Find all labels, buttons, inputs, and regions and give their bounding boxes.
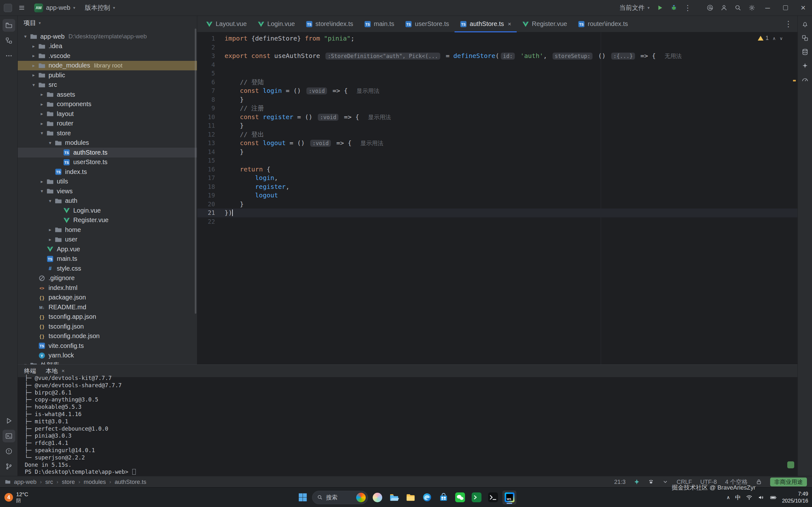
tree-item-public[interactable]: ▸public: [18, 70, 197, 80]
license-badge[interactable]: 非商业用途: [770, 477, 807, 487]
code-line-3[interactable]: 3export const useAuthStore :StoreDefinit…: [197, 52, 798, 60]
tab-register.vue[interactable]: Register.vue: [517, 16, 572, 32]
tree-item-app.vue[interactable]: App.vue: [18, 244, 197, 254]
tab-options-icon[interactable]: ⋮: [784, 19, 792, 29]
tree-item-user[interactable]: ▸user: [18, 235, 197, 245]
code-line-15[interactable]: 15: [197, 156, 798, 165]
line-number[interactable]: 13: [197, 139, 215, 148]
tab-store-index.ts[interactable]: TSstore\index.ts: [300, 16, 359, 32]
chevron-right-icon[interactable]: ▸: [46, 227, 55, 233]
code-line-19[interactable]: 19 logout: [197, 191, 798, 200]
terminal-prompt[interactable]: PS D:\desktop\template\app-web>: [25, 468, 798, 475]
edge-taskbar-icon[interactable]: [420, 491, 434, 504]
battery-icon[interactable]: [770, 494, 777, 501]
tree-item-src[interactable]: ▾src: [18, 80, 197, 90]
close-button[interactable]: ×: [794, 0, 812, 15]
tree-item-authstore.ts[interactable]: TSauthStore.ts: [18, 148, 197, 158]
close-icon[interactable]: ×: [61, 368, 65, 374]
line-number[interactable]: 7: [197, 87, 215, 95]
vcs-widget[interactable]: 版本控制 ▾: [82, 2, 118, 14]
line-number[interactable]: 14: [197, 148, 215, 157]
code-with-me-button[interactable]: [717, 2, 730, 14]
terminal-tab-local[interactable]: 本地 ×: [46, 367, 65, 375]
chevron-down-icon[interactable]: ▾: [38, 188, 46, 194]
tree-item-vite.config.ts[interactable]: TSvite.config.ts: [18, 341, 197, 351]
tree-item-.vscode[interactable]: ▸.vscode: [18, 51, 197, 61]
breadcrumb-item-src[interactable]: src: [45, 478, 53, 486]
code-line-16[interactable]: 16 return {: [197, 165, 798, 174]
line-number[interactable]: 18: [197, 182, 215, 191]
line-number[interactable]: 3: [197, 52, 215, 60]
tree-item-tsconfig.json[interactable]: {}tsconfig.json: [18, 322, 197, 331]
chevron-down-icon[interactable]: ▾: [38, 130, 46, 136]
line-number[interactable]: 19: [197, 191, 215, 200]
code-line-21[interactable]: 21}): [197, 209, 798, 217]
lock-icon[interactable]: [756, 479, 762, 485]
line-number[interactable]: 11: [197, 121, 215, 130]
minimize-button[interactable]: ─: [759, 0, 776, 15]
debug-button[interactable]: [667, 2, 680, 14]
tree-item-readme.md[interactable]: M↓README.md: [18, 302, 197, 312]
tab-login.vue[interactable]: Login.vue: [252, 16, 300, 32]
tree-item-app-web[interactable]: ▾app-webD:\desktop\template\app-web: [18, 32, 197, 42]
chevron-right-icon[interactable]: ▸: [38, 101, 46, 107]
chevron-down-icon[interactable]: ▾: [21, 362, 30, 364]
chevron-right-icon[interactable]: ▸: [29, 53, 38, 59]
chevron-down-icon[interactable]: ▾: [46, 140, 55, 146]
scrollbar-warning-mark[interactable]: [793, 80, 796, 81]
line-number[interactable]: 16: [197, 165, 215, 174]
inspections-widget[interactable]: 1 ∧ ∨: [758, 35, 783, 42]
tray-expand-icon[interactable]: ∧: [726, 495, 730, 500]
chevron-down-icon[interactable]: ▾: [21, 34, 30, 39]
tree-item-index.html[interactable]: <>index.html: [18, 283, 197, 293]
tree-item-store[interactable]: ▾store: [18, 128, 197, 138]
tree-item-register.vue[interactable]: Register.vue: [18, 216, 197, 225]
service-status-icon[interactable]: [634, 479, 640, 485]
green-app-taskbar-icon[interactable]: [469, 491, 484, 504]
tree-item-yarn.lock[interactable]: Yyarn.lock: [18, 351, 197, 360]
code-line-17[interactable]: 17 login,: [197, 174, 798, 182]
tree-item-assets[interactable]: ▸assets: [18, 90, 197, 100]
chevron-right-icon[interactable]: ▸: [38, 92, 46, 97]
tree-item-tsconfig.app.json[interactable]: {}tsconfig.app.json: [18, 312, 197, 322]
tab-router-index.ts[interactable]: TSrouter\index.ts: [572, 16, 633, 32]
chevron-right-icon[interactable]: ▸: [38, 111, 46, 117]
weather-widget[interactable]: 4 12°C 阴: [4, 488, 28, 507]
breadcrumb-item-modules[interactable]: modules: [84, 478, 106, 486]
store-taskbar-icon[interactable]: [437, 491, 450, 504]
line-number[interactable]: 2: [197, 43, 215, 52]
tree-item--[interactable]: ▾外部库: [18, 360, 197, 364]
folder-taskbar-icon[interactable]: [403, 491, 417, 504]
volume-icon[interactable]: [758, 494, 765, 501]
wifi-icon[interactable]: [746, 494, 753, 501]
code-line-10[interactable]: 10 const register = () :void => { 显示用法: [197, 113, 798, 122]
code-line-5[interactable]: 5: [197, 69, 798, 78]
notifications-icon[interactable]: [799, 18, 811, 30]
breadcrumb-item-app-web[interactable]: app-web: [14, 478, 37, 486]
chevron-right-icon[interactable]: ▸: [46, 237, 55, 242]
line-number[interactable]: 15: [197, 156, 215, 165]
chevron-down-icon[interactable]: ▾: [46, 198, 55, 204]
chevron-down-icon[interactable]: ▾: [39, 20, 41, 25]
code-line-18[interactable]: 18 register,: [197, 182, 798, 191]
clock-widget[interactable]: 7:49 2025/10/16: [782, 491, 808, 504]
tree-item-login.vue[interactable]: Login.vue: [18, 206, 197, 216]
project-tree[interactable]: ▾app-webD:\desktop\template\app-web▸.ide…: [18, 30, 197, 364]
terminal-icon[interactable]: [3, 430, 15, 442]
chevron-down-icon[interactable]: [662, 479, 668, 485]
tab-userstore.ts[interactable]: TSuserStore.ts: [400, 16, 455, 32]
tree-item-auth[interactable]: ▾auth: [18, 196, 197, 206]
main-menu-button[interactable]: [15, 2, 28, 14]
more-actions-button[interactable]: ⋮: [681, 2, 694, 14]
prev-problem-icon[interactable]: ∧: [773, 36, 776, 41]
tree-item-.idea[interactable]: ▸.idea: [18, 42, 197, 51]
line-number[interactable]: 17: [197, 174, 215, 182]
code-line-9[interactable]: 9 // 注册: [197, 104, 798, 113]
tree-item-.gitignore[interactable]: .gitignore: [18, 274, 197, 283]
code-line-1[interactable]: 1import {defineStore} from "pinia";: [197, 34, 798, 43]
line-number[interactable]: 9: [197, 104, 215, 113]
version-control-icon[interactable]: [3, 460, 15, 473]
webstorm-taskbar-icon[interactable]: WS: [502, 491, 516, 504]
tree-item-components[interactable]: ▸components: [18, 100, 197, 109]
chevron-right-icon[interactable]: ▸: [29, 72, 38, 78]
